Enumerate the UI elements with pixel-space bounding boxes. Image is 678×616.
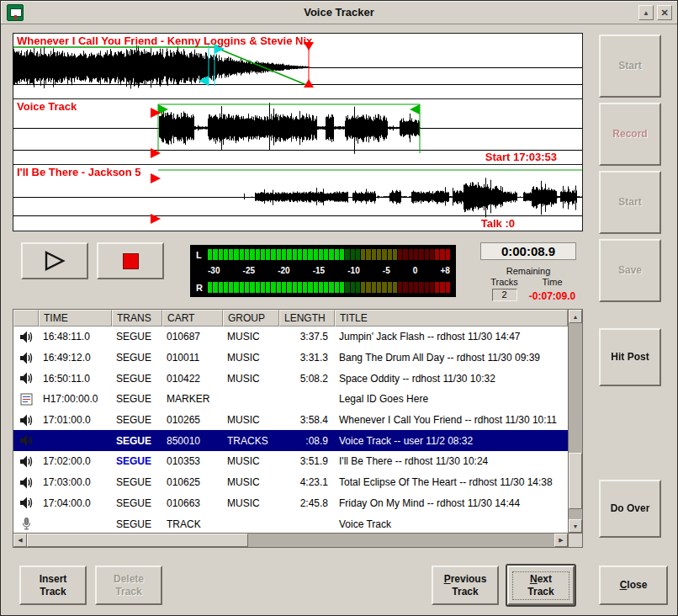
log-cell-length: 3:31.3 [279, 352, 335, 364]
log-row[interactable]: 16:48:11.0SEGUE010687MUSIC3:37.5Jumpin' … [13, 327, 568, 348]
log-cell-title: Voice Track [335, 518, 568, 530]
meter-segment [208, 282, 212, 293]
meter-segment [308, 249, 312, 260]
log-row[interactable]: 17:02:00.0SEGUE010353MUSIC3:51.9I'll Be … [13, 451, 568, 472]
end-marker-handle-bottom[interactable] [304, 79, 314, 88]
meter-segment [440, 249, 444, 260]
meter-segment [282, 249, 286, 260]
meter-segment [340, 282, 344, 293]
log-row[interactable]: 16:50:11.0SEGUE010422MUSIC5:08.2Space Od… [13, 368, 568, 389]
meter-segment [293, 282, 297, 293]
meter-segment [277, 282, 281, 293]
waveform-pane-track1: Whenever I Call You Friend - Kenny Loggi… [13, 34, 582, 99]
hit-post-button[interactable]: Hit Post [599, 328, 661, 386]
hscroll-thumb[interactable] [27, 534, 248, 547]
log-column-header-trans[interactable]: TRANS [112, 310, 162, 327]
meter-segment [414, 282, 418, 293]
log-cell-trans: SEGUE [112, 476, 162, 488]
meter-segment [361, 249, 365, 260]
waveform-pane-track3: I'll Be There - Jackson 5 Talk :0 [13, 165, 582, 231]
log-column-header-title[interactable]: TITLE [335, 310, 568, 327]
meter-segment [287, 282, 291, 293]
log-cell-title: Total Eclipse Of The Heart -- rdhost 11/… [335, 476, 568, 488]
meter-segment [425, 282, 429, 293]
horizontal-scrollbar[interactable]: ◀ ▶ [13, 533, 568, 547]
log-cell-group: MUSIC [223, 352, 279, 364]
do-over-button[interactable]: Do Over [599, 480, 661, 538]
scroll-up-icon[interactable]: ▲ [569, 310, 582, 323]
scroll-left-icon[interactable]: ◀ [13, 534, 27, 547]
meter-segment [282, 282, 286, 293]
maximize-icon[interactable]: ▲ [638, 5, 654, 20]
meter-segment [256, 249, 260, 260]
log-row[interactable]: SEGUE850010TRACKS:08.9Voice Track -- use… [13, 430, 568, 451]
log-cell-length: 5:08.2 [279, 373, 335, 385]
meter-segment [345, 282, 349, 293]
meter-segment [324, 282, 328, 293]
start-marker-top[interactable] [151, 173, 161, 183]
vscroll-thumb[interactable] [569, 453, 582, 510]
meter-segment [256, 282, 260, 293]
log-cell-group: MUSIC [223, 476, 279, 488]
log-cell-trans: SEGUE [112, 393, 162, 405]
log-cell-title: Space Oddity -- rdhost 11/30 10:32 [335, 373, 568, 385]
meter-segment [398, 282, 402, 293]
log-cell-title: Voice Track -- user 11/2 08:32 [335, 435, 568, 447]
scrollbar-corner [568, 533, 582, 547]
log-row[interactable]: 17:01:00.0SEGUE010265MUSIC3:58.4Whenever… [13, 410, 568, 431]
log-column-header-length[interactable]: LENGTH [279, 310, 335, 327]
meter-scale-tick: -20 [278, 266, 289, 276]
meter-segment [224, 282, 228, 293]
log-row[interactable]: 16:49:12.0SEGUE010011MUSIC3:31.3Bang The… [13, 348, 568, 369]
talk-marker-handle-bottom[interactable] [199, 76, 209, 86]
vscroll-track[interactable] [569, 323, 582, 519]
log-row[interactable]: 17:04:00.0SEGUE010663MUSIC2:45.8Friday O… [13, 493, 568, 514]
meter-scale-tick: -5 [383, 266, 390, 276]
log-row[interactable]: SEGUETRACKVoice Track [13, 513, 568, 533]
meter-segment [356, 282, 360, 293]
vertical-scrollbar[interactable]: ▲ ▼ [568, 310, 582, 533]
scroll-right-icon[interactable]: ▶ [554, 534, 568, 547]
start-marker-bottom[interactable] [151, 148, 161, 158]
speaker-icon [13, 476, 39, 489]
log-column-header-cart[interactable]: CART [162, 310, 223, 327]
meter-segment [403, 249, 407, 260]
meter-segment [234, 282, 238, 293]
meter-segment [213, 282, 217, 293]
start-marker-bottom[interactable] [151, 214, 161, 224]
log-column-header-group[interactable]: GROUP [223, 310, 279, 327]
log-cell-length: 3:51.9 [279, 455, 335, 467]
log-row[interactable]: H17:00:00.0SEGUEMARKERLegal ID Goes Here [13, 389, 568, 410]
meter-segment [303, 282, 307, 293]
meter-segment [430, 249, 434, 260]
start-track3-button: Start [599, 171, 661, 234]
log-column-header-time[interactable]: TIME [39, 310, 112, 327]
meter-scale-tick: +8 [441, 266, 450, 276]
next-track-button[interactable]: Next Track [507, 566, 575, 605]
meter-segment [245, 249, 249, 260]
log-column-header-icon[interactable] [13, 310, 39, 327]
meter-segment [240, 249, 244, 260]
time-remaining-label: Time [528, 277, 576, 287]
close-button[interactable]: Close [599, 566, 668, 605]
meter-segment [419, 249, 423, 260]
meter-segment [335, 282, 339, 293]
log-row[interactable]: 17:03:00.0SEGUE010625MUSIC4:23.1Total Ec… [13, 472, 568, 493]
log-cell-time: 17:01:00.0 [39, 414, 112, 426]
stop-button[interactable] [97, 242, 164, 279]
scroll-down-icon[interactable]: ▼ [569, 519, 582, 533]
meter-segment [277, 249, 281, 260]
region-end-handle[interactable] [410, 104, 420, 114]
hscroll-track[interactable] [27, 534, 554, 547]
stop-icon [123, 253, 139, 269]
previous-track-button[interactable]: Previous Track [432, 566, 499, 605]
meter-segment [329, 282, 333, 293]
speaker-icon [13, 434, 39, 447]
play-button[interactable] [21, 242, 88, 279]
insert-track-button[interactable]: Insert Track [19, 566, 87, 605]
close-icon[interactable]: ✕ [657, 5, 672, 20]
meter-segment [293, 249, 297, 260]
log-cell-title: Bang The Drum All Day -- rdhost 11/30 09… [335, 352, 568, 364]
meter-segment [393, 249, 397, 260]
meter-segment [425, 249, 429, 260]
